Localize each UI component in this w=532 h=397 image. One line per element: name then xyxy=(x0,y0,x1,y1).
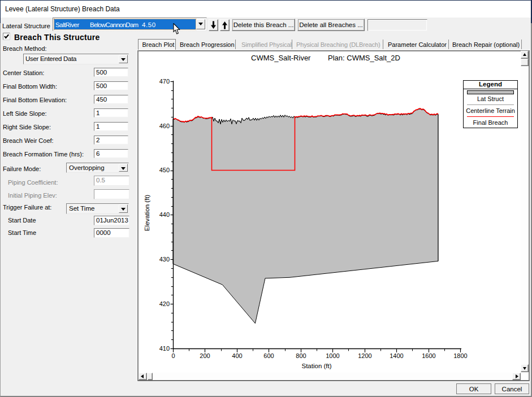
svg-text:1600: 1600 xyxy=(422,352,435,359)
svg-text:470: 470 xyxy=(159,78,170,85)
svg-text:450: 450 xyxy=(159,167,170,173)
svg-text:Elevation (ft): Elevation (ft) xyxy=(144,195,150,232)
svg-text:1200: 1200 xyxy=(358,352,371,359)
svg-text:0: 0 xyxy=(171,352,175,359)
svg-text:410: 410 xyxy=(159,345,170,352)
svg-text:Station (ft): Station (ft) xyxy=(301,363,331,369)
svg-text:430: 430 xyxy=(159,256,170,263)
svg-text:1400: 1400 xyxy=(390,352,403,359)
svg-text:420: 420 xyxy=(159,300,170,307)
svg-text:440: 440 xyxy=(159,211,170,218)
svg-text:1000: 1000 xyxy=(326,352,339,359)
svg-text:800: 800 xyxy=(296,352,306,359)
svg-text:200: 200 xyxy=(200,352,210,359)
svg-text:1800: 1800 xyxy=(453,352,467,359)
svg-text:Plan: CWMS_Salt_2D: Plan: CWMS_Salt_2D xyxy=(328,54,400,62)
svg-text:400: 400 xyxy=(232,352,242,359)
svg-text:460: 460 xyxy=(159,123,170,129)
svg-text:CWMS_Salt-River: CWMS_Salt-River xyxy=(251,54,311,62)
svg-text:600: 600 xyxy=(263,352,274,359)
